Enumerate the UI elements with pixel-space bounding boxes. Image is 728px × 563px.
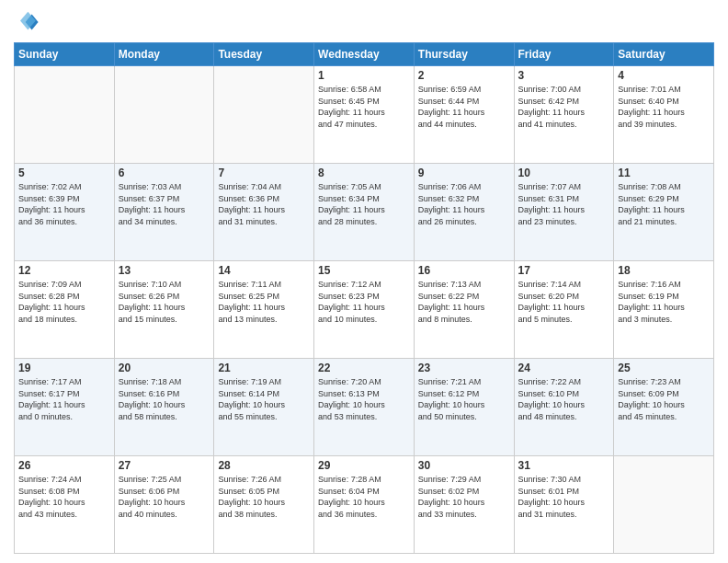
- day-info: Sunrise: 7:25 AMSunset: 6:06 PMDaylight:…: [119, 474, 210, 520]
- day-info: Sunrise: 7:03 AMSunset: 6:37 PMDaylight:…: [119, 181, 210, 227]
- col-header-saturday: Saturday: [614, 43, 714, 66]
- day-cell: 27Sunrise: 7:25 AMSunset: 6:06 PMDayligh…: [114, 456, 214, 554]
- day-number: 10: [518, 167, 610, 179]
- day-info: Sunrise: 7:06 AMSunset: 6:32 PMDaylight:…: [418, 181, 510, 227]
- day-cell: 26Sunrise: 7:24 AMSunset: 6:08 PMDayligh…: [15, 456, 115, 554]
- day-cell: 24Sunrise: 7:22 AMSunset: 6:10 PMDayligh…: [514, 359, 614, 456]
- week-row-2: 5Sunrise: 7:02 AMSunset: 6:39 PMDaylight…: [15, 164, 714, 261]
- week-row-5: 26Sunrise: 7:24 AMSunset: 6:08 PMDayligh…: [15, 456, 714, 554]
- day-number: 13: [119, 264, 210, 277]
- day-number: 12: [18, 264, 110, 277]
- col-header-monday: Monday: [114, 43, 214, 66]
- day-number: 24: [518, 362, 610, 374]
- col-header-wednesday: Wednesday: [314, 43, 415, 66]
- day-cell: 6Sunrise: 7:03 AMSunset: 6:37 PMDaylight…: [114, 164, 214, 261]
- day-cell: 15Sunrise: 7:12 AMSunset: 6:23 PMDayligh…: [314, 261, 415, 359]
- col-header-sunday: Sunday: [15, 43, 115, 66]
- day-info: Sunrise: 6:58 AMSunset: 6:45 PMDaylight:…: [318, 84, 410, 130]
- day-info: Sunrise: 7:17 AMSunset: 6:17 PMDaylight:…: [18, 376, 110, 422]
- week-row-1: 1Sunrise: 6:58 AMSunset: 6:45 PMDaylight…: [15, 66, 714, 164]
- day-cell: 20Sunrise: 7:18 AMSunset: 6:16 PMDayligh…: [114, 359, 214, 456]
- day-cell: 2Sunrise: 6:59 AMSunset: 6:44 PMDaylight…: [414, 66, 514, 164]
- day-cell: 25Sunrise: 7:23 AMSunset: 6:09 PMDayligh…: [614, 359, 714, 456]
- day-cell: 18Sunrise: 7:16 AMSunset: 6:19 PMDayligh…: [614, 261, 714, 359]
- day-info: Sunrise: 7:02 AMSunset: 6:39 PMDaylight:…: [18, 181, 110, 227]
- day-number: 5: [18, 167, 110, 179]
- day-info: Sunrise: 7:30 AMSunset: 6:01 PMDaylight:…: [518, 474, 610, 520]
- day-info: Sunrise: 7:22 AMSunset: 6:10 PMDaylight:…: [518, 376, 610, 422]
- day-number: 6: [119, 167, 210, 179]
- day-info: Sunrise: 7:28 AMSunset: 6:04 PMDaylight:…: [318, 474, 410, 520]
- day-info: Sunrise: 7:05 AMSunset: 6:34 PMDaylight:…: [318, 181, 410, 227]
- day-info: Sunrise: 7:23 AMSunset: 6:09 PMDaylight:…: [618, 376, 710, 422]
- col-header-thursday: Thursday: [414, 43, 514, 66]
- header: [14, 9, 714, 35]
- calendar-table: SundayMondayTuesdayWednesdayThursdayFrid…: [14, 42, 714, 554]
- day-cell: 5Sunrise: 7:02 AMSunset: 6:39 PMDaylight…: [15, 164, 115, 261]
- day-cell: 7Sunrise: 7:04 AMSunset: 6:36 PMDaylight…: [214, 164, 314, 261]
- day-info: Sunrise: 7:26 AMSunset: 6:05 PMDaylight:…: [218, 474, 310, 520]
- day-number: 20: [119, 362, 210, 374]
- day-cell: 29Sunrise: 7:28 AMSunset: 6:04 PMDayligh…: [314, 456, 415, 554]
- day-info: Sunrise: 7:16 AMSunset: 6:19 PMDaylight:…: [618, 279, 710, 325]
- day-number: 11: [618, 167, 710, 179]
- day-cell: 22Sunrise: 7:20 AMSunset: 6:13 PMDayligh…: [314, 359, 415, 456]
- day-info: Sunrise: 7:14 AMSunset: 6:20 PMDaylight:…: [518, 279, 610, 325]
- day-number: 9: [418, 167, 510, 179]
- day-number: 15: [318, 264, 410, 277]
- day-number: 22: [318, 362, 410, 374]
- day-number: 2: [418, 69, 510, 82]
- page: SundayMondayTuesdayWednesdayThursdayFrid…: [0, 0, 728, 563]
- day-cell: 4Sunrise: 7:01 AMSunset: 6:40 PMDaylight…: [614, 66, 714, 164]
- day-info: Sunrise: 7:12 AMSunset: 6:23 PMDaylight:…: [318, 279, 410, 325]
- day-number: 31: [518, 459, 610, 472]
- day-cell: [15, 66, 115, 164]
- day-info: Sunrise: 7:20 AMSunset: 6:13 PMDaylight:…: [318, 376, 410, 422]
- day-cell: 19Sunrise: 7:17 AMSunset: 6:17 PMDayligh…: [15, 359, 115, 456]
- day-info: Sunrise: 7:19 AMSunset: 6:14 PMDaylight:…: [218, 376, 310, 422]
- day-cell: 31Sunrise: 7:30 AMSunset: 6:01 PMDayligh…: [514, 456, 614, 554]
- day-cell: 8Sunrise: 7:05 AMSunset: 6:34 PMDaylight…: [314, 164, 415, 261]
- day-info: Sunrise: 7:10 AMSunset: 6:26 PMDaylight:…: [119, 279, 210, 325]
- day-number: 18: [618, 264, 710, 277]
- day-cell: 30Sunrise: 7:29 AMSunset: 6:02 PMDayligh…: [414, 456, 514, 554]
- day-number: 4: [618, 69, 710, 82]
- day-info: Sunrise: 7:24 AMSunset: 6:08 PMDaylight:…: [18, 474, 110, 520]
- day-cell: 23Sunrise: 7:21 AMSunset: 6:12 PMDayligh…: [414, 359, 514, 456]
- day-number: 25: [618, 362, 710, 374]
- week-row-4: 19Sunrise: 7:17 AMSunset: 6:17 PMDayligh…: [15, 359, 714, 456]
- day-cell: 17Sunrise: 7:14 AMSunset: 6:20 PMDayligh…: [514, 261, 614, 359]
- day-number: 16: [418, 264, 510, 277]
- day-number: 1: [318, 69, 410, 82]
- day-cell: 13Sunrise: 7:10 AMSunset: 6:26 PMDayligh…: [114, 261, 214, 359]
- col-header-tuesday: Tuesday: [214, 43, 314, 66]
- day-number: 17: [518, 264, 610, 277]
- day-info: Sunrise: 7:13 AMSunset: 6:22 PMDaylight:…: [418, 279, 510, 325]
- day-cell: 3Sunrise: 7:00 AMSunset: 6:42 PMDaylight…: [514, 66, 614, 164]
- day-number: 30: [418, 459, 510, 472]
- day-info: Sunrise: 7:21 AMSunset: 6:12 PMDaylight:…: [418, 376, 510, 422]
- logo-icon: [14, 9, 40, 35]
- day-cell: 10Sunrise: 7:07 AMSunset: 6:31 PMDayligh…: [514, 164, 614, 261]
- day-cell: 21Sunrise: 7:19 AMSunset: 6:14 PMDayligh…: [214, 359, 314, 456]
- day-info: Sunrise: 7:18 AMSunset: 6:16 PMDaylight:…: [119, 376, 210, 422]
- day-cell: 28Sunrise: 7:26 AMSunset: 6:05 PMDayligh…: [214, 456, 314, 554]
- day-info: Sunrise: 7:04 AMSunset: 6:36 PMDaylight:…: [218, 181, 310, 227]
- day-info: Sunrise: 7:29 AMSunset: 6:02 PMDaylight:…: [418, 474, 510, 520]
- day-number: 27: [119, 459, 210, 472]
- day-info: Sunrise: 7:11 AMSunset: 6:25 PMDaylight:…: [218, 279, 310, 325]
- day-cell: 11Sunrise: 7:08 AMSunset: 6:29 PMDayligh…: [614, 164, 714, 261]
- day-number: 8: [318, 167, 410, 179]
- day-number: 7: [218, 167, 310, 179]
- week-row-3: 12Sunrise: 7:09 AMSunset: 6:28 PMDayligh…: [15, 261, 714, 359]
- day-cell: 9Sunrise: 7:06 AMSunset: 6:32 PMDaylight…: [414, 164, 514, 261]
- day-info: Sunrise: 7:00 AMSunset: 6:42 PMDaylight:…: [518, 84, 610, 130]
- logo: [14, 9, 43, 35]
- day-cell: 1Sunrise: 6:58 AMSunset: 6:45 PMDaylight…: [314, 66, 415, 164]
- day-number: 21: [218, 362, 310, 374]
- day-info: Sunrise: 7:01 AMSunset: 6:40 PMDaylight:…: [618, 84, 710, 130]
- day-info: Sunrise: 6:59 AMSunset: 6:44 PMDaylight:…: [418, 84, 510, 130]
- day-cell: [214, 66, 314, 164]
- day-number: 28: [218, 459, 310, 472]
- day-number: 19: [18, 362, 110, 374]
